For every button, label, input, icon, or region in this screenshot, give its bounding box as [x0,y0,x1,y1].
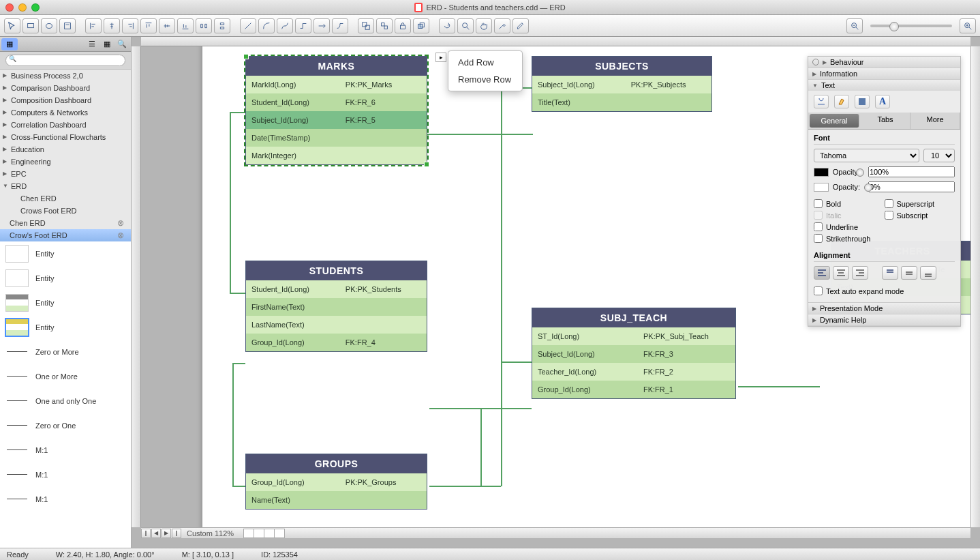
erd-row[interactable]: MarkId(Long)PK:PK_Marks [246,76,427,93]
erd-row[interactable]: Subject_Id(Long)PK:PK_Subjects [532,76,711,93]
page-last-button[interactable]: ‖ [172,529,181,538]
tree-item[interactable]: EPC [0,168,131,180]
align-middle-button[interactable] [901,266,917,280]
highlight-icon[interactable] [834,95,849,108]
align-top-tool[interactable] [140,18,157,33]
search-tab-icon[interactable]: 🔍 [116,38,128,50]
erd-row[interactable]: Group_Id(Long)FK:FR_4 [246,334,427,351]
connector[interactable] [480,408,532,409]
font-style-icon[interactable]: A [875,95,890,108]
zoom-slider[interactable] [870,25,952,27]
ungroup-tool[interactable] [376,18,393,33]
zoom-tool[interactable] [457,18,474,33]
tree-item[interactable]: Cross-Functional Flowcharts [0,131,131,143]
zoom-level[interactable]: Custom 112% [181,529,239,537]
curve-tool[interactable] [277,18,293,33]
connector-tool[interactable] [295,18,311,33]
subscript-checkbox[interactable] [885,211,893,220]
tree-item[interactable]: Engineering [0,156,131,168]
tree-child[interactable]: Chen ERD [0,192,131,205]
erd-row[interactable]: Date(TimeStamp) [246,129,427,147]
erd-row[interactable]: Teacher_Id(Long)FK:FR_2 [532,363,735,381]
align-right-tool[interactable] [122,18,138,33]
section-behaviour[interactable]: ▶Behaviour [808,57,960,68]
page-box[interactable] [274,529,285,538]
tree-item[interactable]: Comparison Dashboard [0,82,131,94]
connector[interactable] [429,486,501,487]
smart-tag-button[interactable]: ▸ [435,53,446,62]
erd-table-groups[interactable]: GROUPS Group_Id(Long)PK:PK_Groups Name(T… [245,454,427,510]
list-view-icon[interactable]: ☰ [86,38,98,50]
bold-checkbox[interactable] [814,199,823,208]
front-tool[interactable] [413,18,429,33]
arc-tool[interactable] [258,18,275,33]
underline-style-icon[interactable] [814,95,829,108]
zoom-in-button[interactable] [960,18,976,33]
connector[interactable] [738,386,820,387]
stencil-zero-or-more[interactable]: Zero or More [0,340,131,364]
connector[interactable] [501,362,532,363]
rotate-tool[interactable] [439,18,455,33]
tree-item[interactable]: Composition Dashboard [0,94,131,106]
smart-connector-tool[interactable] [313,18,330,33]
erd-row[interactable]: Subject_Id(Long)FK:FR_3 [532,345,735,363]
brush-tool[interactable] [512,18,529,33]
erd-row[interactable]: Student_Id(Long)PK:PK_Students [246,280,427,298]
page-next-button[interactable]: ▶ [162,529,171,538]
section-dynamic-help[interactable]: ▶Dynamic Help [808,314,960,325]
align-right-button[interactable] [852,266,868,280]
scrollbar-vertical[interactable] [970,46,980,527]
erd-row[interactable]: Name(Text) [246,491,427,509]
tab-tabs[interactable]: Tabs [861,113,910,129]
connector[interactable] [480,408,482,486]
tree-child[interactable]: Crows Foot ERD [0,205,131,217]
stencil-entity[interactable]: Entity [0,266,131,291]
align-center-tool[interactable] [104,18,120,33]
stencil-m1[interactable]: M:1 [0,487,131,512]
connector[interactable] [427,134,533,135]
stencil-m1[interactable]: M:1 [0,438,131,462]
line-tool[interactable] [240,18,256,33]
erd-row[interactable]: Mark(Integer) [246,147,427,164]
tree-item-erd[interactable]: ERD [0,180,131,192]
erd-table-subjects[interactable]: SUBJECTS Subject_Id(Long)PK:PK_Subjects … [532,56,712,112]
color-swatch[interactable] [814,168,829,177]
close-icon[interactable]: ⊗ [117,231,124,240]
stencil-one-or-more[interactable]: One or More [0,364,131,389]
section-information[interactable]: ▶Information [808,68,960,79]
color-swatch[interactable] [814,183,829,192]
pointer-tool[interactable] [4,18,20,33]
erd-row[interactable]: Group_Id(Long)FK:FR_1 [532,381,735,398]
tab-general[interactable]: General [810,114,859,128]
connector[interactable] [429,408,480,409]
tree-item[interactable]: Business Process 2,0 [0,70,131,82]
strike-checkbox[interactable] [814,234,823,243]
section-text[interactable]: ▼Text [808,80,960,91]
erd-row[interactable]: Group_Id(Long)PK:PK_Groups [246,473,427,491]
rectangle-tool[interactable] [22,18,39,33]
library-tab[interactable]: ▦ [1,38,18,50]
search-input[interactable] [5,55,125,66]
erd-row[interactable]: Subject_Id(Long)FK:FR_5 [246,111,427,129]
zoom-out-button[interactable] [846,18,863,33]
ellipse-tool[interactable] [41,18,57,33]
lock-tool[interactable] [395,18,411,33]
auto-expand-checkbox[interactable] [814,286,823,295]
erd-row[interactable]: LastName(Text) [246,316,427,334]
eyedropper-tool[interactable] [494,18,510,33]
group-tool[interactable] [358,18,374,33]
font-size-select[interactable]: 10 [923,149,955,162]
align-left-button[interactable] [814,266,830,280]
section-presentation[interactable]: ▶Presentation Mode [808,303,960,314]
library-tab-crows-foot[interactable]: Crow's Foot ERD⊗ [0,229,131,241]
round-connector-tool[interactable] [332,18,348,33]
page-box[interactable] [264,529,275,538]
page-box[interactable] [254,529,264,538]
page-prev-button[interactable]: ◀ [151,529,161,538]
pan-tool[interactable] [476,18,492,33]
stencil-entity[interactable]: Entity [0,315,131,340]
align-bottom-button[interactable] [920,266,936,280]
text-tool[interactable] [59,18,76,33]
connector[interactable] [232,363,234,486]
tree-item[interactable]: Correlation Dashboard [0,119,131,131]
